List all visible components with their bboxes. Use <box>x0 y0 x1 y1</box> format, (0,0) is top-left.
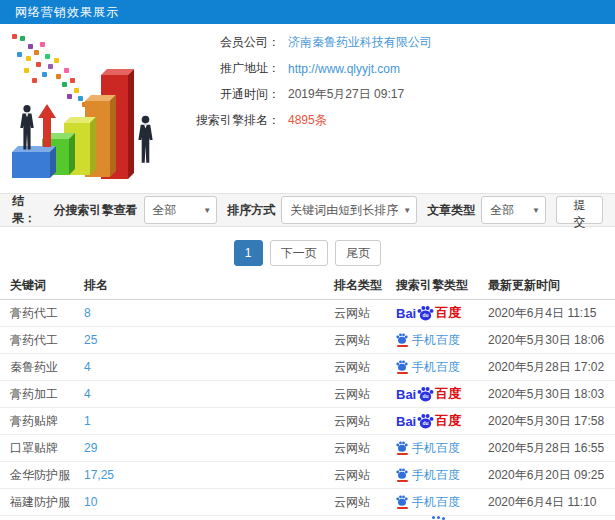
keyword-cell: 膏药代工 <box>0 300 80 327</box>
engine-cell: Bai du 百度 <box>392 489 484 516</box>
table-row: 金华防护服 17,25 云网站 Bai du 百度 <box>0 462 615 489</box>
results-table-body: 膏药代工 8 云网站 Bai du 百度 <box>0 300 615 516</box>
rank-cell[interactable]: 8 <box>80 300 330 327</box>
bar-blue <box>12 152 50 178</box>
mobile-baidu-paw-icon <box>396 360 408 374</box>
baidu-bai-text: Bai <box>396 414 416 429</box>
rank-cell[interactable]: 1 <box>80 408 330 435</box>
rank-cell[interactable]: 17,25 <box>80 462 330 489</box>
keyword-cell: 秦鲁药业 <box>0 354 80 381</box>
rank-cell[interactable]: 29 <box>80 435 330 462</box>
baidu-cn-text: 百度 <box>435 385 461 403</box>
article-type-value: 全部 <box>490 202 514 219</box>
results-table: 关键词 排名 排名类型 搜索引擎类型 最新更新时间 膏药代工 8 云网站 Bai <box>0 272 615 516</box>
chevron-down-icon: ▼ <box>203 206 211 215</box>
mobile-baidu-paw-icon <box>396 441 408 455</box>
marketing-effect-page: 网络营销效果展示 会员公司： <box>0 0 615 520</box>
baidu-paw-icon: du <box>417 386 434 402</box>
engine-cell: Bai du 百度 <box>392 354 484 381</box>
promo-url-label: 推广地址： <box>170 60 280 77</box>
keyword-cell: 金华防护服 <box>0 462 80 489</box>
keyword-cell: 膏药加工 <box>0 381 80 408</box>
member-company-link[interactable]: 济南秦鲁药业科技有限公司 <box>288 34 432 51</box>
table-row: 膏药加工 4 云网站 Bai du 百度 <box>0 381 615 408</box>
baidu-cn-text: 百度 <box>435 412 461 430</box>
rank-type-cell: 云网站 <box>330 489 392 516</box>
table-row: 秦鲁药业 4 云网站 Bai du 百度 <box>0 354 615 381</box>
next-page-button[interactable]: 下一页 <box>270 240 328 266</box>
sort-filter-select[interactable]: 关键词由短到长排序 ▼ <box>281 196 417 224</box>
engine-filter-select[interactable]: 全部 ▼ <box>144 196 218 224</box>
last-page-button[interactable]: 尾页 <box>335 240 381 266</box>
engine-filter-value: 全部 <box>153 202 177 219</box>
engine-cell: Bai du 百度 <box>392 462 484 489</box>
baidu-paw-icon: du <box>417 413 434 429</box>
table-header-row: 关键词 排名 排名类型 搜索引擎类型 最新更新时间 <box>0 272 615 300</box>
table-row: 福建防护服 10 云网站 Bai du 百度 <box>0 489 615 516</box>
mobile-baidu-label: 手机百度 <box>412 332 460 349</box>
updated-cell: 2020年5月30日 17:58 <box>484 408 615 435</box>
sort-filter-value: 关键词由短到长排序 <box>290 202 398 219</box>
rank-type-cell: 云网站 <box>330 462 392 489</box>
filter-bar: 结果： 分搜索引擎查看 全部 ▼ 排序方式 关键词由短到长排序 ▼ 文章类型 全… <box>0 193 615 227</box>
open-time-label: 开通时间： <box>170 86 280 103</box>
baidu-mobile-logo: 手机百度 <box>396 467 460 484</box>
updated-cell: 2020年6月4日 11:10 <box>484 489 615 516</box>
partial-next-row-icon <box>432 516 435 519</box>
col-engine-type: 搜索引擎类型 <box>392 272 484 300</box>
open-time-row: 开通时间： 2019年5月27日 09:17 <box>170 86 615 103</box>
svg-text:du: du <box>423 394 429 399</box>
baidu-cn-text: 百度 <box>435 304 461 322</box>
mobile-baidu-label: 手机百度 <box>412 494 460 511</box>
page-header: 网络营销效果展示 <box>0 0 615 24</box>
company-info-section: 会员公司： 济南秦鲁药业科技有限公司 推广地址： http://www.qlyy… <box>0 24 615 193</box>
engine-rank-label: 搜索引擎排名： <box>170 112 280 129</box>
updated-cell: 2020年6月20日 09:25 <box>484 462 615 489</box>
rank-type-cell: 云网站 <box>330 300 392 327</box>
table-row: 膏药贴牌 1 云网站 Bai du 百度 <box>0 408 615 435</box>
article-type-label: 文章类型 <box>427 202 475 219</box>
page-title: 网络营销效果展示 <box>15 4 119 21</box>
table-row: 口罩贴牌 29 云网站 Bai du 百度 <box>0 435 615 462</box>
baidu-mobile-logo: 手机百度 <box>396 494 460 511</box>
baidu-mobile-logo: 手机百度 <box>396 440 460 457</box>
baidu-pc-logo: Bai du 百度 <box>396 385 461 403</box>
promo-url-link[interactable]: http://www.qlyyjt.com <box>288 62 400 76</box>
col-rank: 排名 <box>80 272 330 300</box>
page-1-button[interactable]: 1 <box>234 240 263 266</box>
open-time-value: 2019年5月27日 09:17 <box>288 86 404 103</box>
engine-cell: Bai du 百度 <box>392 435 484 462</box>
baidu-bai-text: Bai <box>396 387 416 402</box>
mobile-baidu-paw-icon <box>396 468 408 482</box>
rank-cell[interactable]: 10 <box>80 489 330 516</box>
table-row: 膏药代工 25 云网站 Bai du 百度 <box>0 327 615 354</box>
growth-arrow-icon <box>38 104 56 150</box>
engine-cell: Bai du 百度 <box>392 300 484 327</box>
svg-text:du: du <box>423 421 429 426</box>
chart-illustration <box>8 30 168 182</box>
keyword-cell: 口罩贴牌 <box>0 435 80 462</box>
result-label: 结果： <box>12 193 44 227</box>
engine-rank-row: 搜索引擎排名： 4895条 <box>170 112 615 129</box>
promo-url-row: 推广地址： http://www.qlyyjt.com <box>170 60 615 77</box>
pagination: 1 下一页 尾页 <box>0 240 615 266</box>
rank-cell[interactable]: 25 <box>80 327 330 354</box>
businessman-right-figure <box>136 114 155 166</box>
rank-type-cell: 云网站 <box>330 408 392 435</box>
engine-filter-label: 分搜索引擎查看 <box>54 202 138 219</box>
engine-cell: Bai du 百度 <box>392 327 484 354</box>
col-keyword: 关键词 <box>0 272 80 300</box>
keyword-cell: 膏药代工 <box>0 327 80 354</box>
article-type-select[interactable]: 全部 ▼ <box>481 196 546 224</box>
engine-rank-count: 4895条 <box>288 112 327 129</box>
keyword-cell: 膏药贴牌 <box>0 408 80 435</box>
col-updated: 最新更新时间 <box>484 272 615 300</box>
engine-cell: Bai du 百度 <box>392 381 484 408</box>
baidu-bai-text: Bai <box>396 306 416 321</box>
sort-filter-label: 排序方式 <box>227 202 275 219</box>
results-table-wrap: 关键词 排名 排名类型 搜索引擎类型 最新更新时间 膏药代工 8 云网站 Bai <box>0 272 615 520</box>
submit-button[interactable]: 提交 <box>556 196 603 224</box>
rank-cell[interactable]: 4 <box>80 381 330 408</box>
rank-cell[interactable]: 4 <box>80 354 330 381</box>
rank-type-cell: 云网站 <box>330 327 392 354</box>
